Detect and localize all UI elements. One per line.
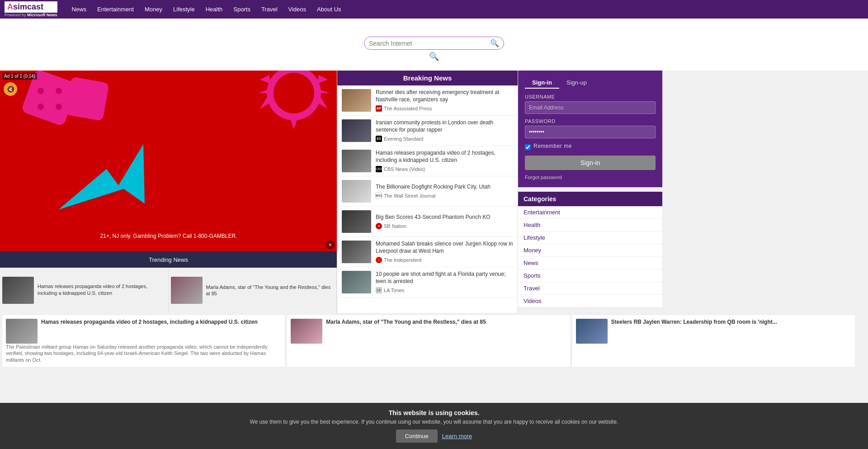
site-header: Asimcast Powered by Microsoft News News … [0, 0, 868, 19]
search-zoom-icon: 🔍 [429, 52, 439, 61]
breaking-news-header: Breaking News [337, 71, 518, 85]
bottom-news-0[interactable]: Hamas releases propaganda video of 2 hos… [2, 315, 285, 367]
thumb-image-2 [171, 277, 203, 304]
bnews-desc-0: The Palestinian militant group Hamas on … [6, 344, 281, 363]
nav-news[interactable]: News [66, 0, 92, 19]
logo-sim-text: sim [13, 2, 27, 12]
signin-tab[interactable]: Sign-in [525, 77, 559, 89]
nav-health[interactable]: Health [200, 0, 228, 19]
thumb-text-2: Marla Adams, star of "The Young and the … [206, 284, 335, 297]
news-thumbnails-row: Hamas releases propaganda video of 2 hos… [0, 268, 337, 313]
news-thumb-5 [342, 241, 371, 263]
nav-travel[interactable]: Travel [256, 0, 283, 19]
thumb-text-1: Hamas releases propaganda video of 2 hos… [38, 283, 166, 298]
video-ad-area: Ad 1 of 1 (0:14) 🔇 [0, 71, 337, 313]
auth-box: Sign-in Sign-up USERNAME PASSWORD Rememb… [518, 71, 662, 187]
username-label: USERNAME [525, 94, 656, 99]
forgot-password-link[interactable]: Forgot password [525, 175, 562, 180]
search-area: 🔍 🔍 [0, 19, 868, 71]
password-label: PASSWORD [525, 118, 656, 124]
search-button[interactable]: 🔍 [490, 39, 499, 47]
category-videos[interactable]: Videos [518, 295, 662, 307]
search-input[interactable] [369, 40, 490, 47]
category-health[interactable]: Health [518, 219, 662, 232]
remember-label: Remember me [533, 143, 572, 149]
logo-box: Asimcast [5, 1, 57, 13]
mute-icon: 🔇 [7, 85, 14, 93]
news-content-4: Big Ben Scores 43-Second Phantom Punch K… [376, 214, 513, 229]
thumb-item-2[interactable]: Marla Adams, star of "The Young and the … [169, 268, 337, 313]
thumb-item-1[interactable]: Hamas releases propaganda video of 2 hos… [0, 268, 169, 313]
bottom-news-2[interactable]: Steelers RB Jaylen Warren: Leadership fr… [572, 315, 855, 367]
main-content: Ad 1 of 1 (0:14) 🔇 [0, 71, 868, 313]
category-sports[interactable]: Sports [518, 269, 662, 282]
categories-box: Categories Entertainment Health Lifestyl… [518, 192, 662, 307]
powered-by-label: Powered by Microsoft News [5, 13, 57, 17]
ad-label: Ad 1 of 1 (0:14) [2, 73, 37, 80]
categories-header: Categories [518, 192, 662, 206]
category-lifestyle[interactable]: Lifestyle [518, 232, 662, 244]
logo-cast-text: cast [27, 2, 43, 12]
thumb-title-2: Marla Adams, star of "The Young and the … [206, 284, 331, 296]
news-item-2[interactable]: Hamas releases propaganda video of 2 hos… [337, 146, 518, 176]
news-thumb-3 [342, 180, 371, 203]
source-logo-5: I [376, 257, 382, 263]
news-content-6: 10 people are shot amid fight at a Flori… [376, 271, 513, 293]
news-source-4: ★ SB Nation [376, 223, 513, 229]
news-item-1[interactable]: Iranian community protests in London ove… [337, 116, 518, 146]
signin-button[interactable]: Sign-in [525, 156, 656, 170]
news-title-6: 10 people are shot amid fight at a Flori… [376, 271, 513, 285]
password-input[interactable] [525, 126, 656, 138]
source-logo-4: ★ [376, 223, 382, 229]
news-source-6: LA LA Times [376, 287, 513, 293]
news-title-1: Iranian community protests in London ove… [376, 119, 513, 133]
ad-visual: 21+, NJ only. Gambling Problem? Call 1-8… [0, 71, 337, 251]
news-item-4[interactable]: Big Ben Scores 43-Second Phantom Punch K… [337, 207, 518, 237]
news-title-0: Runner dies after receiving emergency tr… [376, 89, 513, 103]
news-thumb-1 [342, 119, 371, 142]
svg-point-6 [56, 104, 62, 110]
news-thumb-2 [342, 150, 371, 172]
auth-tabs: Sign-in Sign-up [525, 77, 656, 89]
bottom-news-1[interactable]: Marla Adams, star of "The Young and the … [287, 315, 570, 367]
nav-entertainment[interactable]: Entertainment [92, 0, 139, 19]
search-bar: 🔍 [364, 37, 504, 50]
svg-point-16 [274, 73, 314, 113]
news-item-6[interactable]: 10 people are shot amid fight at a Flori… [337, 267, 518, 298]
source-logo-2: CBS [376, 166, 382, 172]
news-item-0[interactable]: Runner dies after receiving emergency tr… [337, 85, 518, 116]
thumb-image-1 [2, 277, 34, 304]
news-item-3[interactable]: The Billionaire Dogfight Rocking Park Ci… [337, 176, 518, 207]
news-item-5[interactable]: Mohamed Salah breaks silence over Jurgen… [337, 237, 518, 267]
bnews-title-0: Hamas releases propaganda video of 2 hos… [6, 319, 281, 326]
remember-row: Remember me [525, 143, 656, 151]
category-travel[interactable]: Travel [518, 282, 662, 295]
svg-point-3 [38, 88, 44, 94]
news-thumb-6 [342, 271, 371, 293]
nav-about-us[interactable]: About Us [311, 0, 346, 19]
mute-button[interactable]: 🔇 [4, 82, 17, 96]
bnews-title-2: Steelers RB Jaylen Warren: Leadership fr… [576, 319, 851, 326]
nav-lifestyle[interactable]: Lifestyle [168, 0, 200, 19]
nav-money[interactable]: Money [139, 0, 168, 19]
news-source-2: CBS CBS News (Video) [376, 166, 513, 172]
username-input[interactable] [525, 101, 656, 114]
news-content-2: Hamas releases propaganda video of 2 hos… [376, 150, 513, 172]
signup-tab[interactable]: Sign-up [559, 77, 594, 89]
logo-a-letter: A [7, 2, 13, 12]
nav-sports[interactable]: Sports [228, 0, 256, 19]
category-money[interactable]: Money [518, 244, 662, 257]
news-source-3: WSJ The Wall Street Journal [376, 193, 513, 199]
main-nav: News Entertainment Money Lifestyle Healt… [66, 0, 347, 19]
category-entertainment[interactable]: Entertainment [518, 206, 662, 219]
nav-videos[interactable]: Videos [283, 0, 312, 19]
remember-checkbox[interactable] [525, 144, 531, 150]
news-source-5: I The Independent [376, 257, 513, 263]
close-ad-button[interactable]: ✕ [326, 240, 335, 249]
source-logo-1: ES [376, 136, 382, 142]
news-source-1: ES Evening Standard [376, 136, 513, 142]
category-news[interactable]: News [518, 257, 662, 269]
right-column: Sign-in Sign-up USERNAME PASSWORD Rememb… [518, 71, 662, 313]
svg-text:21+, NJ only. Gambling Problem: 21+, NJ only. Gambling Problem? Call 1-8… [100, 233, 237, 239]
breaking-news-panel: Breaking News Runner dies after receivin… [337, 71, 518, 313]
